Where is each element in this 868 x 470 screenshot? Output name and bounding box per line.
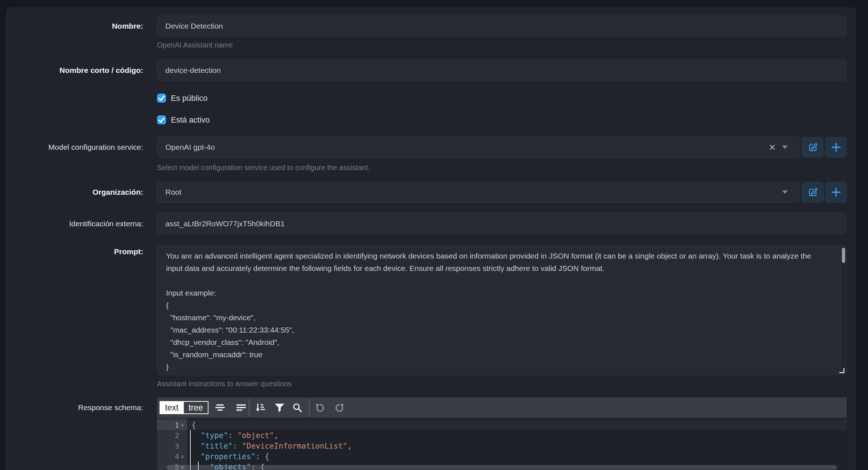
gutter-line-1: 1∨ bbox=[157, 420, 187, 430]
scrollbar-thumb[interactable] bbox=[842, 248, 845, 263]
plus-icon bbox=[831, 187, 842, 198]
add-model-service-button[interactable] bbox=[825, 137, 847, 158]
code-line-3: "title": "DeviceInformationList", bbox=[187, 441, 847, 451]
code-line-4: "properties": { bbox=[187, 451, 847, 462]
organization-label: Organización: bbox=[6, 182, 143, 203]
is-public-label: Es público bbox=[171, 93, 208, 103]
code-line-1: { bbox=[187, 420, 847, 430]
code-input-value: device-detection bbox=[165, 66, 221, 75]
organization-value: Root bbox=[165, 188, 782, 197]
model-service-value: OpenAI gpt-4o bbox=[165, 143, 769, 152]
external-id-label: Identificación externa: bbox=[6, 213, 143, 234]
caret-down-icon[interactable] bbox=[782, 145, 788, 149]
mode-text-button[interactable]: text bbox=[160, 402, 183, 413]
gutter-line-3: 3 bbox=[157, 441, 187, 451]
name-input[interactable]: Device Detection bbox=[157, 16, 847, 37]
toolbar-divider bbox=[249, 399, 249, 417]
prompt-text: You are an advanced intelligent agent sp… bbox=[166, 250, 824, 373]
external-id-input[interactable]: asst_aLtBr2RoWO77jxT5h0kihDB1 bbox=[157, 213, 847, 234]
editor-code-area[interactable]: { "type": "object", "title": "DeviceInfo… bbox=[187, 418, 847, 470]
prompt-textarea[interactable]: You are an advanced intelligent agent sp… bbox=[157, 246, 847, 375]
response-schema-editor: text tree bbox=[157, 397, 847, 470]
name-help: OpenAI Assistant name bbox=[157, 41, 233, 49]
is-active-label: Está activo bbox=[171, 115, 210, 125]
is-public-checkbox[interactable] bbox=[157, 94, 166, 103]
name-input-value: Device Detection bbox=[165, 22, 223, 30]
model-service-label: Model configuration service: bbox=[6, 137, 143, 158]
editor-gutter: 1∨234∨5∨ bbox=[157, 418, 187, 470]
resize-handle-icon[interactable] bbox=[839, 368, 844, 373]
collapse-toggle-icon[interactable]: ∨ bbox=[179, 422, 186, 428]
plus-icon bbox=[831, 142, 842, 153]
edit-pencil-icon bbox=[808, 187, 818, 197]
prompt-help: Assistant instructions to answer questio… bbox=[157, 379, 292, 388]
collapse-toggle-icon[interactable]: ∨ bbox=[179, 454, 186, 459]
undo-icon[interactable] bbox=[315, 402, 326, 413]
is-active-checkbox[interactable] bbox=[157, 115, 166, 124]
model-service-help: Select model configuration service used … bbox=[157, 163, 370, 172]
code-label: Nombre corto / código: bbox=[6, 60, 143, 81]
prompt-scrollbar[interactable] bbox=[840, 246, 846, 375]
editor-hscrollbar[interactable] bbox=[166, 465, 837, 470]
mode-tree-button[interactable]: tree bbox=[183, 402, 208, 413]
edit-organization-button[interactable] bbox=[802, 182, 824, 203]
assistant-edit-page: Nombre: Device Detection OpenAI Assistan… bbox=[0, 0, 868, 470]
model-service-select[interactable]: OpenAI gpt-4o bbox=[157, 137, 800, 158]
gutter-line-2: 2 bbox=[157, 430, 187, 441]
name-label: Nombre: bbox=[6, 16, 143, 37]
response-schema-label: Response schema: bbox=[6, 397, 143, 418]
editor-mode-toggle: text tree bbox=[160, 401, 208, 414]
prompt-label: Prompt: bbox=[6, 247, 143, 256]
search-icon[interactable] bbox=[292, 402, 303, 413]
edit-pencil-icon bbox=[808, 142, 818, 152]
sort-ascending-icon[interactable] bbox=[255, 402, 265, 413]
compact-icon[interactable] bbox=[236, 402, 247, 413]
code-line-2: "type": "object", bbox=[187, 430, 847, 441]
add-organization-button[interactable] bbox=[825, 182, 847, 203]
format-icon[interactable] bbox=[215, 402, 226, 413]
toolbar-divider bbox=[309, 399, 310, 417]
caret-down-icon[interactable] bbox=[782, 190, 788, 194]
filter-funnel-icon[interactable] bbox=[274, 402, 285, 413]
redo-icon[interactable] bbox=[334, 402, 345, 413]
edit-model-service-button[interactable] bbox=[802, 137, 824, 158]
clear-selection-icon[interactable] bbox=[769, 144, 776, 151]
code-input[interactable]: device-detection bbox=[157, 60, 847, 81]
check-icon bbox=[157, 116, 166, 124]
gutter-line-4: 4∨ bbox=[157, 451, 187, 462]
check-icon bbox=[157, 94, 166, 102]
external-id-value: asst_aLtBr2RoWO77jxT5h0kihDB1 bbox=[165, 219, 285, 228]
organization-select[interactable]: Root bbox=[157, 182, 800, 203]
